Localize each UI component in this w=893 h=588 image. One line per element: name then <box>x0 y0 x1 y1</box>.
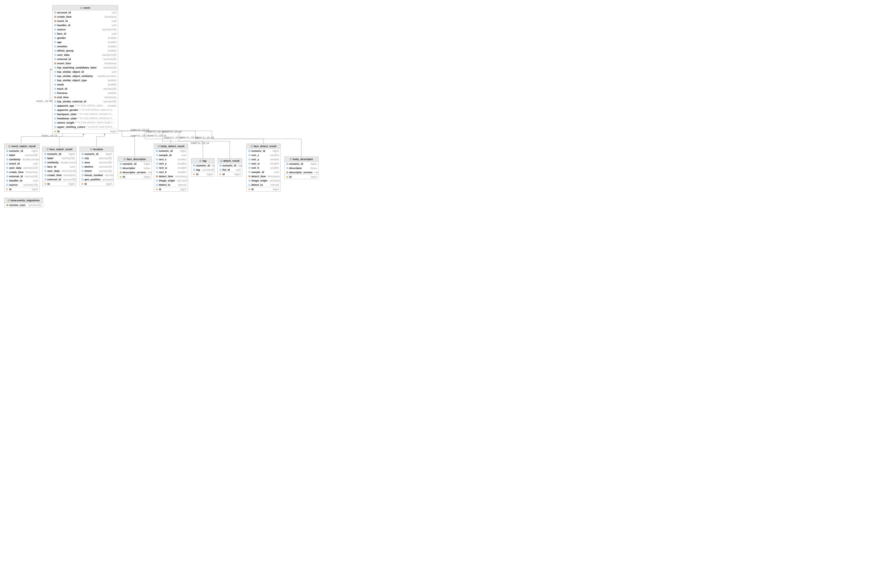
column-row[interactable]: ▦detect_timetimestamp <box>154 174 188 178</box>
column-row[interactable]: ▤numeric_idbigint <box>118 162 152 166</box>
table-event[interactable]: ☷event▤account_iduuid▦create_timetimesta… <box>52 5 118 134</box>
column-row[interactable]: ▥handler_iduuid <box>5 178 39 183</box>
column-row[interactable]: ▥rect_xsmallint <box>154 157 188 161</box>
column-row[interactable]: ▥gendersmallint <box>53 36 118 40</box>
table-event_match_result[interactable]: ☷event_match_result▤numeric_idbigint▥lab… <box>4 144 39 192</box>
column-row[interactable]: ▤account_iduuid <box>53 11 118 15</box>
table-header[interactable]: ☷location <box>80 147 113 152</box>
column-row[interactable]: ▥labelvarchar(36) <box>5 153 39 157</box>
column-row[interactable]: ▥create_timetimestamp <box>5 170 39 174</box>
column-row[interactable]: ▥image_originvarchar(256) <box>247 178 280 183</box>
column-row[interactable]: ◆idbigint <box>247 187 280 191</box>
column-row[interactable]: ▥external_idvarchar(36) <box>43 177 76 182</box>
table-header[interactable]: ☷body_descriptor <box>284 157 318 162</box>
column-row[interactable]: ▥descriptorbytea <box>284 166 318 170</box>
column-row[interactable]: ▥external_idvarchar(36) <box>5 174 39 178</box>
column-row[interactable]: ▥sample_iduuid <box>154 153 188 157</box>
column-row[interactable]: ▤numeric_idbigint <box>218 163 242 168</box>
column-row[interactable]: ▥user_datavarchar(128) <box>5 166 39 170</box>
column-row[interactable]: ▥sourcevarchar(128) <box>5 183 39 187</box>
column-row[interactable]: ▦descriptor_versioninteger <box>118 170 152 174</box>
column-row[interactable]: ▥house_numbervarchar(36) <box>80 173 113 177</box>
column-row[interactable]: ▤numeric_idbigint <box>191 163 214 168</box>
column-row[interactable]: ▥rect_wsmallint <box>154 166 188 170</box>
table-header[interactable]: ☷event <box>53 5 118 11</box>
column-row[interactable]: ▥apparent_age/* int: body attribute, app… <box>53 104 118 108</box>
column-row[interactable]: ▤handler_iduuid <box>53 23 118 27</box>
column-row[interactable]: ▥similaritydouble precision <box>5 157 39 161</box>
column-row[interactable]: ▥apparent_gender/* int: body attribute, … <box>53 108 118 112</box>
column-row[interactable]: ◆idbigint <box>154 187 188 191</box>
column-row[interactable]: ▥top_similar_external_idvarchar(36) <box>53 99 118 104</box>
column-row[interactable]: ▥user_datavarchar(128) <box>43 169 76 173</box>
column-row[interactable]: ▥tagvarchar(36) <box>191 168 214 172</box>
column-row[interactable]: ▥event_iduuid <box>5 161 39 166</box>
column-row[interactable]: ▥external_idvarchar(36) <box>53 57 118 61</box>
table-face_match_result[interactable]: ☷face_match_result▤numeric_idbigint▥labe… <box>42 147 77 186</box>
column-row[interactable]: ▥headwear_state/* int: body attribute, h… <box>53 116 118 120</box>
table-body_descriptor[interactable]: ☷body_descriptor▤numeric_idbigint▥descri… <box>284 156 319 179</box>
column-row[interactable]: ▥detect_tsinterval <box>154 183 188 187</box>
table-tag[interactable]: ☷tag▤numeric_idbigint▥tagvarchar(36)◆idb… <box>191 158 215 176</box>
column-row[interactable]: ▥descriptorbytea <box>118 166 152 170</box>
column-row[interactable]: ◆idbigint <box>218 172 242 176</box>
column-row[interactable]: ▦version_numvarchar(32) <box>5 203 43 207</box>
column-row[interactable]: ◆idbigint <box>5 187 39 191</box>
column-row[interactable]: ▥rect_ysmallint <box>154 161 188 166</box>
column-row[interactable]: ▤numeric_idbigint <box>154 149 188 153</box>
table-luna_events_migrations[interactable]: ☷luna-events_migrations▦version_numvarch… <box>4 198 43 208</box>
column-row[interactable]: ▦insert_timetimestamp <box>53 61 118 65</box>
column-row[interactable]: ▥cityvarchar(36) <box>80 156 113 160</box>
column-row[interactable]: ▥similaritydouble precision <box>43 160 76 164</box>
column-row[interactable]: ▥rect_hsmallint <box>247 166 280 170</box>
table-header[interactable]: ☷face_detect_result <box>247 144 280 149</box>
column-row[interactable]: ▥rect_ysmallint <box>247 157 280 161</box>
column-row[interactable]: ▥top_similar_object_typesmallint <box>53 78 118 83</box>
column-row[interactable]: ▥create_timetimestamp <box>43 173 76 177</box>
column-row[interactable]: ▦event_iduuid <box>53 19 118 23</box>
column-row[interactable]: ▥areavarchar(36) <box>80 160 113 164</box>
column-row[interactable]: ▤numeric_idbigint <box>43 152 76 156</box>
column-row[interactable]: ▥top_matching_candidates_labelvarchar(36… <box>53 65 118 70</box>
column-row[interactable]: ▤numeric_idbigint <box>5 149 39 153</box>
column-row[interactable]: ▥emotionsmallint <box>53 44 118 48</box>
column-row[interactable]: ▤numeric_idbigint <box>247 149 280 153</box>
column-row[interactable]: ▥detect_tsinterval <box>247 183 280 187</box>
column-row[interactable]: ▥backpack_state/* int: body attribute, b… <box>53 112 118 116</box>
column-row[interactable]: ▥rect_hsmallint <box>154 170 188 174</box>
table-body_detect_result[interactable]: ☷body_detect_result▤numeric_idbigint▥sam… <box>154 144 188 192</box>
column-row[interactable]: ▤numeric_idbigint <box>80 152 113 156</box>
column-row[interactable]: ▦end_timetimestamp <box>53 95 118 99</box>
column-row[interactable]: ▥upper_clothing_colors/* array(int): bod… <box>53 125 118 129</box>
column-row[interactable]: ◆idbigint <box>284 174 318 179</box>
column-row[interactable]: ▥sleeve_length/* int: body attribute, sl… <box>53 120 118 125</box>
column-row[interactable]: ▥sample_iduuid <box>247 170 280 174</box>
column-row[interactable]: ◆idbigint <box>80 182 113 186</box>
column-row[interactable]: ▥face_iduuid <box>53 32 118 36</box>
table-attach_result[interactable]: ☷attach_result▤numeric_idbigint▥list_idu… <box>218 158 242 176</box>
column-row[interactable]: ▥user_datavarchar(128) <box>53 53 118 57</box>
table-header[interactable]: ☷face_descriptor <box>118 157 152 162</box>
column-row[interactable]: ▥districtvarchar(36) <box>80 164 113 169</box>
column-row[interactable]: ◆idbigint <box>43 182 76 186</box>
column-row[interactable]: ▥rect_wsmallint <box>247 161 280 166</box>
column-row[interactable]: ▥agesmallint <box>53 40 118 44</box>
table-header[interactable]: ☷body_detect_result <box>154 144 188 149</box>
column-row[interactable]: ▥streetvarchar(36) <box>80 169 113 173</box>
column-row[interactable]: ▥ethnic_groupsmallint <box>53 48 118 53</box>
column-row[interactable]: ▥face_iduuid <box>43 164 76 169</box>
table-header[interactable]: ☷luna-events_migrations <box>5 198 43 203</box>
column-row[interactable]: ▥masksmallint <box>53 83 118 87</box>
column-row[interactable]: ◆idbigint <box>118 174 152 179</box>
table-location[interactable]: ☷location▤numeric_idbigint▥cityvarchar(3… <box>80 147 114 186</box>
table-face_descriptor[interactable]: ☷face_descriptor▤numeric_idbigint▥descri… <box>118 156 152 179</box>
column-row[interactable]: ▥geo_positiongeography <box>80 177 113 182</box>
column-row[interactable]: ▥livenesssmallint <box>53 91 118 95</box>
column-row[interactable]: ▦create_timetimestamp <box>53 15 118 19</box>
column-row[interactable]: ▥track_idvarchar(36) <box>53 87 118 91</box>
table-header[interactable]: ☷tag <box>191 158 214 163</box>
table-header[interactable]: ☷attach_result <box>218 158 242 163</box>
column-row[interactable]: ▥sourcevarchar(128) <box>53 27 118 32</box>
column-row[interactable]: ◆idbigint <box>53 129 118 134</box>
column-row[interactable]: ◆idbigint <box>191 172 214 176</box>
